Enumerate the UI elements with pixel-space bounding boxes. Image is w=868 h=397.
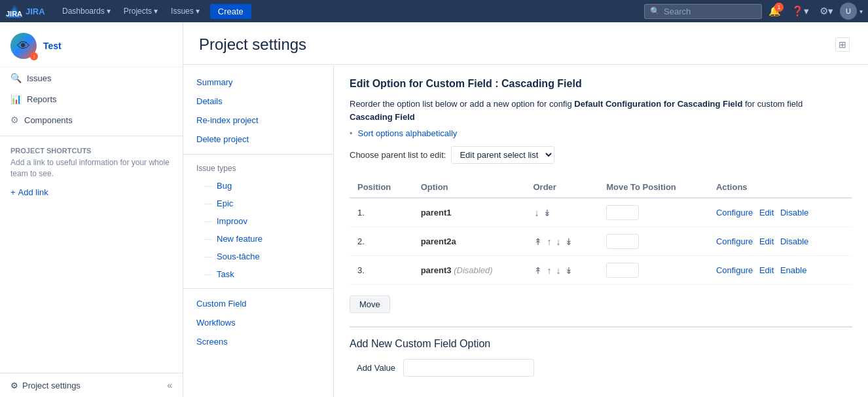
row2-up-arrow[interactable]: ↑ — [545, 236, 552, 248]
sidebar-navigation: 🔍 Issues 📊 Reports ⚙ Components PROJECT … — [0, 67, 183, 373]
row3-enable-link[interactable]: Enable — [780, 265, 806, 275]
add-link-button[interactable]: + Add link — [10, 185, 48, 200]
row2-edit-link[interactable]: Edit — [759, 236, 774, 246]
settings-nav-screens[interactable]: Screens — [183, 332, 333, 351]
row1-position-input[interactable] — [606, 205, 639, 220]
move-button[interactable]: Move — [350, 295, 390, 313]
settings-nav-workflows[interactable]: Workflows — [183, 313, 333, 332]
settings-nav-details[interactable]: Details — [183, 92, 333, 111]
col-option: Option — [413, 177, 526, 198]
settings-nav-summary[interactable]: Summary — [183, 73, 333, 92]
sort-link[interactable]: Sort options alphabetically — [350, 128, 852, 138]
create-button[interactable]: Create — [210, 4, 251, 19]
projects-label: Projects — [124, 7, 152, 16]
settings-nav-custom-field[interactable]: Custom Field — [183, 294, 333, 313]
sous-tache-label: Sous-tâche — [217, 252, 260, 261]
help-chevron-icon: ▾ — [804, 5, 809, 17]
settings-nav-improov[interactable]: — Improov — [183, 212, 333, 230]
header-actions: ⊞ — [833, 36, 852, 53]
row1-order-arrows: ↓ ↡ — [533, 207, 590, 219]
settings-nav-bug[interactable]: — Bug — [183, 177, 333, 195]
row1-disable-link[interactable]: Disable — [780, 208, 808, 217]
row3-edit-link[interactable]: Edit — [759, 265, 774, 275]
epic-label: Epic — [217, 198, 233, 208]
settings-icon: ⚙ — [10, 381, 18, 390]
user-avatar[interactable]: U — [840, 3, 857, 20]
row1-down-arrow[interactable]: ↓ — [533, 207, 540, 219]
parent-select[interactable]: Edit parent select list — [451, 146, 554, 164]
row3-option: parent3 — [421, 265, 452, 275]
row3-down-arrow[interactable]: ↓ — [554, 265, 562, 276]
row2-configure-link[interactable]: Configure — [716, 236, 753, 246]
row1-edit-link[interactable]: Edit — [759, 208, 774, 217]
dashboards-label: Dashboards — [62, 7, 105, 16]
row3-up-arrow[interactable]: ↑ — [545, 265, 552, 276]
config-name: Default Configuration for Cascading Fiel… — [574, 99, 742, 109]
help-button[interactable]: ❓ ▾ — [787, 3, 813, 20]
sidebar-item-reports[interactable]: 📊 Reports — [0, 88, 183, 109]
project-settings-link[interactable]: ⚙ Project settings — [10, 381, 81, 390]
row1-down-bottom-arrow[interactable]: ↡ — [542, 207, 552, 219]
row2-up-top-arrow[interactable]: ↟ — [533, 236, 543, 248]
shortcuts-desc: Add a link to useful information for you… — [10, 157, 172, 180]
settings-button[interactable]: ⚙ ▾ — [816, 3, 837, 20]
field-label: Cascading Field — [350, 112, 415, 122]
parent-select-row: Choose parent list to edit: Edit parent … — [350, 146, 852, 164]
sidebar-item-components[interactable]: ⚙ Components — [0, 109, 183, 130]
left-sidebar: 👁 ! Test 🔍 Issues 📊 Reports ⚙ Components… — [0, 22, 183, 397]
issues-menu[interactable]: Issues ▾ — [166, 4, 205, 18]
search-box[interactable]: 🔍 — [644, 4, 762, 19]
help-icon: ❓ — [791, 5, 804, 17]
settings-nav-delete[interactable]: Delete project — [183, 130, 333, 149]
expand-button[interactable]: ⊞ — [833, 36, 852, 53]
row3-position: 3. — [350, 256, 413, 285]
row2-down-bottom-arrow[interactable]: ↡ — [564, 236, 574, 248]
row3-configure-link[interactable]: Configure — [716, 265, 753, 275]
collapse-sidebar-button[interactable]: « — [167, 380, 172, 390]
row2-down-arrow[interactable]: ↓ — [554, 236, 562, 248]
settings-nav-reindex[interactable]: Re-index project — [183, 111, 333, 130]
projects-menu[interactable]: Projects ▾ — [118, 4, 163, 18]
gear-icon: ⚙ — [820, 5, 828, 17]
edit-content: Edit Option for Custom Field : Cascading… — [334, 65, 868, 397]
issues-label: Issues — [171, 7, 194, 16]
sidebar-item-issues-label: Issues — [27, 73, 52, 83]
add-value-input[interactable] — [403, 359, 534, 377]
add-value-label: Add Value — [350, 363, 395, 373]
task-label: Task — [217, 269, 234, 279]
dashboards-menu[interactable]: Dashboards ▾ — [57, 4, 116, 18]
settings-nav-sous-tache[interactable]: — Sous-tâche — [183, 248, 333, 265]
row3-up-top-arrow[interactable]: ↟ — [533, 265, 543, 276]
sidebar-item-issues[interactable]: 🔍 Issues — [0, 67, 183, 88]
col-order: Order — [525, 177, 598, 198]
edit-title: Edit Option for Custom Field : Cascading… — [350, 78, 852, 90]
issues-icon: 🔍 — [10, 73, 22, 83]
add-new-section: Add New Custom Field Option Add Value — [350, 326, 852, 377]
settings-nav-new-feature[interactable]: — New feature — [183, 230, 333, 248]
notifications-button[interactable]: 🔔 1 — [765, 3, 785, 20]
settings-nav-epic[interactable]: — Epic — [183, 195, 333, 212]
issue-types-section-label: Issue types — [183, 160, 333, 177]
table-row: 3. parent3 (Disabled) ↟ ↑ ↓ ↡ — [350, 256, 852, 285]
parent-label: Choose parent list to edit: — [350, 150, 446, 160]
jira-logo[interactable]: JIRA JIRA — [5, 5, 49, 18]
components-icon: ⚙ — [10, 115, 19, 125]
search-input[interactable] — [664, 7, 749, 16]
row3-down-bottom-arrow[interactable]: ↡ — [564, 265, 574, 276]
row2-position-input[interactable] — [606, 234, 639, 249]
svg-text:JIRA: JIRA — [26, 7, 45, 16]
bullet-icon: — — [204, 181, 213, 191]
bullet-icon: — — [204, 269, 213, 279]
row2-disable-link[interactable]: Disable — [780, 236, 808, 246]
project-name[interactable]: Test — [43, 41, 62, 51]
collapse-icon: « — [167, 380, 172, 390]
row3-position-input[interactable] — [606, 263, 639, 278]
sidebar-footer: ⚙ Project settings « — [0, 373, 183, 397]
row1-configure-link[interactable]: Configure — [716, 208, 753, 217]
project-settings-label: Project settings — [22, 381, 81, 390]
page-title: Project settings — [199, 35, 306, 54]
desc-prefix: Reorder the option list below or add a n… — [350, 99, 574, 109]
bullet-icon: — — [204, 234, 213, 244]
settings-nav-task[interactable]: — Task — [183, 265, 333, 283]
row1-position: 1. — [350, 198, 413, 227]
